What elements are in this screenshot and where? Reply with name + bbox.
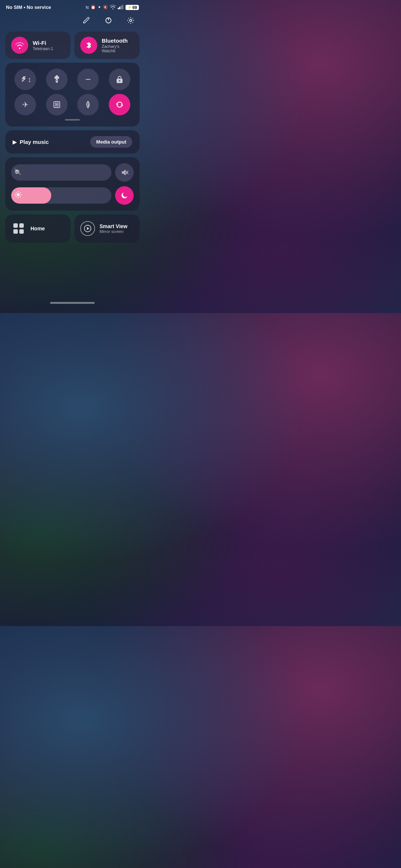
wifi-network: Teletraan-1 bbox=[33, 46, 53, 51]
status-icons: N ⏰ ✦ 🔇 ⚡ 69 bbox=[86, 5, 139, 10]
wifi-tile[interactable]: Wi-Fi Teletraan-1 bbox=[5, 32, 71, 59]
nfc-icon: N bbox=[86, 5, 89, 10]
power-save-toggle[interactable] bbox=[77, 94, 99, 115]
edit-button[interactable] bbox=[79, 14, 93, 27]
svg-rect-2 bbox=[121, 6, 122, 9]
svg-text:↕: ↕ bbox=[21, 76, 23, 82]
home-indicator bbox=[50, 302, 95, 304]
alarm-icon: ⏰ bbox=[91, 5, 96, 10]
svg-marker-31 bbox=[87, 227, 89, 230]
brightness-slider[interactable] bbox=[11, 187, 111, 204]
smart-view-tile[interactable]: Smart View Mirror screen bbox=[74, 214, 140, 243]
status-text: No SIM • No service bbox=[6, 4, 51, 10]
svg-line-29 bbox=[20, 193, 20, 193]
bolt-icon: ⚡ bbox=[127, 5, 132, 9]
svg-rect-1 bbox=[119, 7, 120, 9]
svg-line-27 bbox=[20, 197, 20, 197]
bluetooth-status-icon: ✦ bbox=[98, 5, 101, 10]
svg-point-12 bbox=[119, 80, 120, 82]
svg-line-28 bbox=[16, 197, 16, 197]
smart-view-icon bbox=[80, 221, 95, 236]
mobile-data-toggle[interactable]: ↕ ↕ bbox=[14, 69, 36, 90]
sync-toggle[interactable] bbox=[109, 94, 130, 115]
media-tile[interactable]: ▶ Play music Media output bbox=[5, 130, 140, 154]
wifi-name: Wi-Fi bbox=[33, 40, 53, 46]
flashlight-toggle[interactable] bbox=[46, 69, 68, 90]
nav-bar bbox=[0, 295, 145, 308]
wifi-icon-circle bbox=[11, 37, 28, 54]
toggle-row-1: ↕ ↕ − bbox=[10, 69, 135, 90]
mute-icon: 🔇 bbox=[103, 5, 108, 10]
home-tile[interactable]: Home bbox=[5, 214, 71, 243]
media-output-button[interactable]: Media output bbox=[90, 136, 132, 148]
screen-lock-toggle[interactable] bbox=[109, 69, 130, 90]
volume-row bbox=[11, 163, 134, 182]
status-bar: No SIM • No service N ⏰ ✦ 🔇 ⚡ 69 bbox=[0, 0, 145, 12]
wifi-status-icon bbox=[110, 5, 116, 10]
bluetooth-name: Bluetooth bbox=[102, 37, 134, 44]
drag-handle bbox=[65, 119, 80, 121]
bottom-tiles: Home Smart View Mirror screen bbox=[5, 214, 140, 243]
play-music-section: ▶ Play music bbox=[13, 139, 49, 145]
home-icon bbox=[11, 221, 26, 236]
play-icon: ▶ bbox=[13, 139, 17, 145]
svg-line-26 bbox=[16, 193, 16, 193]
settings-button[interactable] bbox=[124, 14, 137, 27]
svg-rect-0 bbox=[118, 8, 119, 9]
toggle-row-2: ✈ bbox=[10, 94, 135, 115]
svg-rect-8 bbox=[56, 75, 58, 76]
smart-view-label: Smart View bbox=[100, 223, 127, 229]
bluetooth-tile[interactable]: Bluetooth Zachary's Watch6 bbox=[74, 32, 140, 59]
toolbar bbox=[0, 12, 145, 32]
sliders-tile bbox=[5, 157, 140, 211]
dnd-toggle[interactable]: − bbox=[77, 69, 99, 90]
svg-point-6 bbox=[130, 19, 132, 22]
svg-point-21 bbox=[17, 193, 20, 196]
smart-view-sub: Mirror screen bbox=[100, 229, 127, 234]
signal-icon bbox=[118, 5, 124, 10]
mute-button[interactable] bbox=[115, 163, 134, 182]
svg-point-14 bbox=[56, 104, 58, 105]
bluetooth-device: Zachary's Watch6 bbox=[102, 44, 134, 53]
brightness-row bbox=[11, 186, 134, 205]
connectivity-row: Wi-Fi Teletraan-1 Bluetooth Zachary's Wa… bbox=[5, 32, 140, 59]
airplane-toggle[interactable]: ✈ bbox=[14, 94, 36, 115]
quick-panel: Wi-Fi Teletraan-1 Bluetooth Zachary's Wa… bbox=[0, 32, 145, 243]
nfc-toggle[interactable] bbox=[46, 94, 68, 115]
svg-point-10 bbox=[56, 80, 58, 81]
svg-rect-3 bbox=[122, 5, 123, 9]
home-label: Home bbox=[30, 226, 45, 231]
power-button[interactable] bbox=[102, 14, 115, 27]
bluetooth-icon-circle bbox=[80, 37, 97, 54]
battery-indicator: ⚡ 69 bbox=[125, 5, 139, 10]
toggle-grid: ↕ ↕ − bbox=[5, 63, 140, 126]
play-music-label: Play music bbox=[20, 139, 49, 145]
volume-slider[interactable] bbox=[11, 164, 111, 181]
night-mode-button[interactable] bbox=[115, 186, 134, 205]
